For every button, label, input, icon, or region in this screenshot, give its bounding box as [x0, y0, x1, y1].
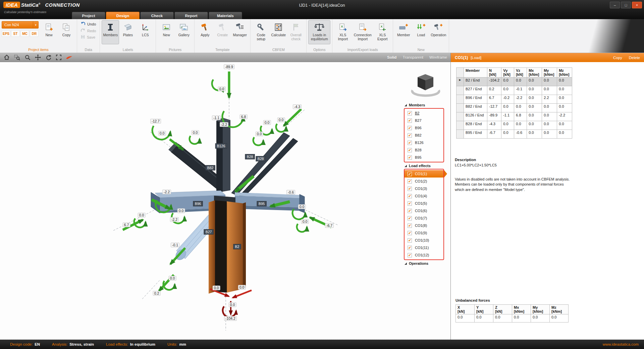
code-setup-button[interactable]: Code setup [252, 20, 270, 44]
tree-operations-header[interactable]: Operations [404, 261, 447, 265]
value-cell[interactable]: 0.0 [542, 104, 557, 112]
load-effect-item-co1-9[interactable]: ✔CO1(9) [405, 229, 443, 237]
row-selector-cell[interactable] [457, 95, 464, 104]
checkbox-checked-icon[interactable]: ✔ [408, 246, 412, 250]
member-cell[interactable]: B2 / End [464, 78, 487, 86]
value-cell[interactable]: -0.6 [514, 130, 527, 139]
load-effect-item-co1-1[interactable]: ✔CO1(1) [405, 170, 443, 178]
connection-import-button[interactable]: Connection Import [352, 20, 374, 44]
value-cell[interactable]: -2.2 [557, 112, 572, 121]
checkbox-checked-icon[interactable]: ✔ [408, 155, 412, 160]
checkbox-checked-icon[interactable]: ✔ [408, 133, 412, 138]
load-row-b2-end[interactable]: ►B2 / End-104.20.00.00.00.00.0 [457, 78, 572, 86]
copy-load-button[interactable]: Copy [613, 56, 622, 60]
delete-load-button[interactable]: Delete [629, 56, 640, 60]
tree-members-header[interactable]: Members [404, 103, 447, 107]
members-button[interactable]: Members [102, 20, 119, 44]
value-cell[interactable]: -6.7 [487, 130, 501, 139]
tab-check[interactable]: Check [140, 12, 174, 19]
member-cell[interactable]: B28 / End [464, 121, 487, 130]
value-cell[interactable]: 0.0 [501, 121, 514, 130]
operation-button[interactable]: Operation [430, 20, 447, 44]
load-effect-item-co1-7[interactable]: ✔CO1(7) [405, 214, 443, 222]
member-item-b28[interactable]: ✔B28 [405, 146, 443, 154]
checkbox-checked-icon[interactable]: ✔ [408, 201, 412, 206]
member-cell[interactable]: B95 / End [464, 130, 487, 139]
expander-icon[interactable] [405, 165, 407, 167]
close-button[interactable]: × [632, 2, 642, 8]
value-cell[interactable]: 0.0 [542, 78, 557, 86]
checkbox-checked-icon[interactable]: ✔ [408, 223, 412, 228]
manager-button[interactable]: Manager [231, 20, 249, 44]
gallery-button[interactable]: Gallery [175, 20, 193, 44]
load-effect-item-co1-5[interactable]: ✔CO1(5) [405, 200, 443, 207]
row-selector-cell[interactable] [457, 104, 464, 112]
value-cell[interactable]: 0.0 [557, 104, 572, 112]
member-button[interactable]: Member [395, 20, 412, 44]
maximize-button[interactable]: □ [621, 2, 631, 8]
value-cell[interactable]: -0.2 [501, 95, 514, 104]
value-cell[interactable]: 0.0 [557, 78, 572, 86]
checkbox-checked-icon[interactable]: ✔ [408, 141, 412, 145]
pan-icon[interactable] [35, 54, 41, 61]
rotate-icon[interactable] [45, 54, 52, 61]
load-row-b95-end[interactable]: B95 / End-6.70.0-0.60.00.00.0 [457, 130, 572, 139]
loads-in-equilibrium-button[interactable]: Loads in equilibrium [308, 20, 330, 44]
checkbox-checked-icon[interactable]: ✔ [408, 148, 412, 152]
project-type-dr-button[interactable]: DR [30, 30, 39, 37]
value-cell[interactable]: 0.0 [501, 86, 514, 95]
value-cell[interactable]: 0.0 [542, 121, 557, 130]
zoom-window-icon[interactable] [14, 54, 20, 61]
value-cell[interactable]: 6.8 [514, 112, 527, 121]
value-cell[interactable]: 0.0 [501, 104, 514, 112]
create-button[interactable]: Create [214, 20, 231, 44]
row-selector-cell[interactable] [457, 86, 464, 95]
value-cell[interactable]: 0.0 [557, 86, 572, 95]
value-cell[interactable]: -4.3 [487, 121, 501, 130]
checkbox-checked-icon[interactable]: ✔ [408, 118, 412, 123]
member-item-b27[interactable]: ✔B27 [405, 117, 443, 124]
row-selector-cell[interactable] [457, 121, 464, 130]
value-cell[interactable]: 0.0 [501, 130, 514, 139]
tab-materials[interactable]: Materials [209, 12, 242, 19]
titlebar[interactable]: IJD1 - IDEA[14].ideaCon – □ × [0, 0, 644, 11]
load-row-b82-end[interactable]: B82 / End-12.70.00.00.00.00.0 [457, 104, 572, 112]
navigation-cube[interactable] [412, 74, 439, 96]
value-cell[interactable]: 0.0 [501, 78, 514, 86]
value-cell[interactable]: 0.0 [527, 121, 542, 130]
value-cell[interactable]: 0.0 [514, 104, 527, 112]
load-effect-item-co1-4[interactable]: ✔CO1(4) [405, 192, 443, 200]
load-row-b126-end[interactable]: B126 / End-89.9-1.16.80.00.0-2.2 [457, 112, 572, 121]
value-cell[interactable]: 0.0 [514, 121, 527, 130]
project-item-selector[interactable]: Con N24 ▾ [2, 21, 39, 29]
member-cell[interactable]: B27 / End [464, 86, 487, 95]
checkbox-checked-icon[interactable]: ✔ [408, 187, 412, 191]
checkbox-checked-icon[interactable]: ✔ [408, 209, 412, 213]
value-cell[interactable]: 0.0 [527, 112, 542, 121]
new-button[interactable]: New [158, 20, 175, 44]
value-cell[interactable]: 2.2 [542, 95, 557, 104]
value-cell[interactable]: -2.2 [514, 95, 527, 104]
load-row-b96-end[interactable]: B96 / End6.7-0.2-2.20.02.20.0 [457, 95, 572, 104]
copy-button[interactable]: Copy [58, 20, 75, 44]
value-cell[interactable]: 0.0 [542, 130, 557, 139]
new-button[interactable]: New [40, 20, 58, 44]
expander-icon[interactable] [405, 262, 407, 265]
xls-import-button[interactable]: XXLS Import [334, 20, 352, 44]
project-type-mc-button[interactable]: MC [20, 30, 29, 37]
checkbox-checked-icon[interactable]: ✔ [408, 179, 412, 184]
beam-b126[interactable] [216, 118, 230, 194]
3d-scene[interactable] [0, 62, 450, 340]
value-cell[interactable]: -104.2 [487, 78, 501, 86]
value-cell[interactable]: 0.0 [527, 78, 542, 86]
value-cell[interactable]: 0.0 [542, 86, 557, 95]
load-button[interactable]: Load [412, 20, 430, 44]
calculate-button[interactable]: Calculate [270, 20, 287, 44]
tab-report[interactable]: Report [174, 12, 208, 19]
member-cell[interactable]: B82 / End [464, 104, 487, 112]
load-effect-item-co1-8[interactable]: ✔CO1(8) [405, 222, 443, 229]
redo-button[interactable]: Redo [79, 28, 98, 34]
load-effect-item-co1-10[interactable]: ✔CO1(10) [405, 237, 443, 244]
member-item-b2[interactable]: ✔B2 [405, 109, 443, 117]
expander-icon[interactable] [405, 104, 407, 106]
